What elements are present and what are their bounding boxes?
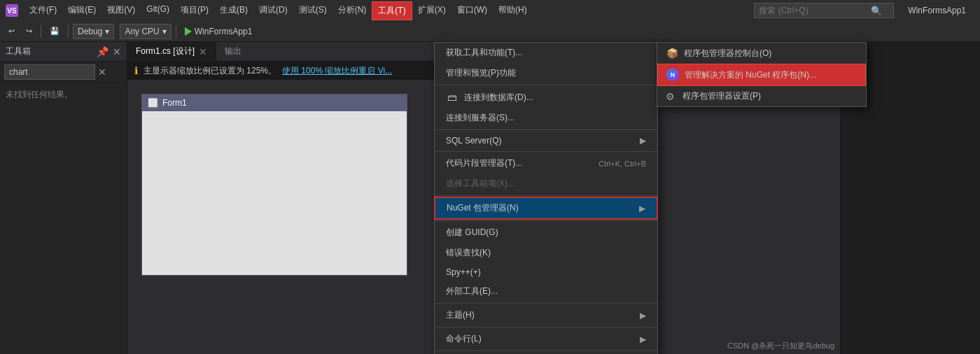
menu-theme[interactable]: 主题(H) ▶	[435, 305, 657, 325]
notification-text: 主显示器缩放比例已设置为 125%。	[144, 65, 276, 77]
menu-code-snippets[interactable]: 代码片段管理器(T)... Ctrl+K, Ctrl+B	[435, 153, 657, 174]
menu-sep-8	[435, 351, 657, 351]
play-icon	[185, 27, 192, 36]
sidebar-title: 工具箱	[6, 45, 97, 57]
form-titlebar: ⬜ Form1	[142, 94, 407, 111]
search-icon: 🔍	[871, 6, 882, 16]
search-bar[interactable]: 🔍	[754, 3, 894, 18]
tab-output-label: 输出	[225, 45, 241, 57]
menu-extensions[interactable]: 扩展(X)	[412, 1, 451, 20]
menu-error-lookup[interactable]: 错误查找(K)	[435, 243, 657, 263]
search-clear-icon[interactable]: ✕	[98, 66, 106, 78]
menu-help[interactable]: 帮助(H)	[493, 1, 533, 20]
nuget-submenu: 📦 程序包管理器控制台(O) N 管理解决方案的 NuGet 程序包(N)...…	[657, 42, 867, 107]
shortcut-text: Ctrl+K, Ctrl+B	[598, 160, 646, 168]
tab-form1-design[interactable]: Form1.cs [设计] ✕	[127, 42, 216, 62]
toolbar-redo[interactable]: ↪	[22, 25, 36, 37]
chevron-down-icon: ▾	[162, 27, 167, 36]
sidebar-search-bar: ✕	[0, 62, 127, 83]
search-input[interactable]	[759, 6, 871, 15]
menu-test[interactable]: 测试(S)	[293, 1, 332, 20]
run-button[interactable]: WinFormsApp1	[181, 25, 257, 38]
menu-sep-1	[435, 85, 657, 85]
menu-analyze[interactable]: 分析(N)	[332, 1, 372, 20]
menu-connect-server[interactable]: 连接到服务器(S)...	[435, 108, 657, 128]
close-icon[interactable]: ✕	[113, 46, 121, 57]
menu-debug[interactable]: 调试(D)	[253, 1, 293, 20]
debug-config-dropdown[interactable]: Debug ▾	[73, 24, 114, 39]
tab-output[interactable]: 输出	[216, 42, 250, 62]
nuget-manage-solution[interactable]: N 管理解决方案的 NuGet 程序包(N)...	[657, 64, 866, 86]
submenu-arrow-icon: ▶	[640, 136, 646, 146]
no-results-text: 未找到任何结果。	[6, 90, 73, 99]
menu-view[interactable]: 视图(V)	[102, 1, 141, 20]
toolbar: ↩ ↪ 💾 Debug ▾ Any CPU ▾ WinFormsApp1	[0, 21, 980, 42]
db-icon: 🗃	[446, 91, 458, 104]
menu-edit[interactable]: 编辑(E)	[62, 1, 102, 20]
tab-label: Form1.cs [设计]	[136, 45, 195, 57]
tab-close-icon[interactable]: ✕	[199, 46, 207, 57]
title-bar: VS 文件(F) 编辑(E) 视图(V) Git(G) 项目(P) 生成(B) …	[0, 0, 980, 21]
menu-file[interactable]: 文件(F)	[24, 1, 62, 20]
app-logo: VS	[6, 4, 18, 17]
menu-sep-5	[435, 220, 657, 221]
info-icon: ℹ	[134, 65, 138, 76]
form-body[interactable]	[142, 111, 407, 275]
toolbar-sep-1	[41, 25, 41, 38]
menu-sep-6	[435, 303, 657, 304]
platform-dropdown[interactable]: Any CPU ▾	[120, 24, 171, 39]
menu-spy[interactable]: Spy++(+)	[435, 263, 657, 281]
app-title: WinFormsApp1	[899, 3, 974, 18]
sidebar-content: 未找到任何结果。	[0, 83, 127, 354]
form-title: Form1	[162, 98, 187, 108]
menu-sql-server[interactable]: SQL Server(Q) ▶	[435, 132, 657, 150]
menu-window[interactable]: 窗口(W)	[451, 1, 493, 20]
tools-menu: 获取工具和功能(T)... 管理和预览(P)功能 🗃 连接到数据库(D)... …	[434, 42, 658, 354]
toolbar-save[interactable]: 💾	[46, 25, 64, 37]
menu-get-tools[interactable]: 获取工具和功能(T)...	[435, 43, 657, 63]
theme-arrow-icon: ▶	[640, 311, 646, 320]
sidebar-header-icons: 📌 ✕	[97, 46, 121, 57]
toolbox-sidebar: 工具箱 📌 ✕ ✕ 未找到任何结果。	[0, 42, 127, 354]
menu-sep-4	[435, 195, 657, 196]
toolbar-undo[interactable]: ↩	[4, 25, 19, 37]
nuget-icon: N	[666, 69, 679, 81]
menu-external-tools[interactable]: 外部工具(E)...	[435, 281, 657, 302]
menu-sep-2	[435, 129, 657, 130]
menu-manage-preview[interactable]: 管理和预览(P)功能	[435, 63, 657, 83]
menu-create-guid[interactable]: 创建 GUID(G)	[435, 222, 657, 243]
menu-git[interactable]: Git(G)	[141, 1, 175, 20]
nuget-package-console[interactable]: 📦 程序包管理器控制台(O)	[657, 43, 866, 64]
sidebar-header: 工具箱 📌 ✕	[0, 42, 127, 62]
form-icon: ⬜	[148, 98, 158, 108]
console-icon: 📦	[666, 47, 678, 59]
cmdline-arrow-icon: ▶	[640, 334, 646, 344]
menu-nuget[interactable]: NuGet 包管理器(N) ▶	[435, 197, 657, 219]
notification-link[interactable]: 使用 100% 缩放比例重启 Vi...	[282, 65, 392, 77]
menu-connect-db[interactable]: 🗃 连接到数据库(D)...	[435, 87, 657, 108]
menu-sep-3	[435, 151, 657, 152]
toolbar-sep-2	[68, 25, 69, 38]
pin-icon[interactable]: 📌	[97, 46, 108, 57]
toolbox-search-input[interactable]	[4, 64, 95, 80]
settings-gear-icon: ⚙	[666, 91, 677, 102]
watermark: CSDN @杀死一只知更鸟debug	[727, 341, 834, 351]
menu-tools[interactable]: 工具(T)	[372, 1, 412, 20]
menu-sep-7	[435, 327, 657, 327]
toolbar-sep-3	[176, 25, 176, 38]
menubar: 文件(F) 编辑(E) 视图(V) Git(G) 项目(P) 生成(B) 调试(…	[24, 1, 533, 20]
menu-build[interactable]: 生成(B)	[214, 1, 253, 20]
menu-project[interactable]: 项目(P)	[175, 1, 214, 20]
menu-choose-toolbox[interactable]: 选择工具箱项(X)...	[435, 174, 657, 194]
nuget-package-settings[interactable]: ⚙ 程序包管理器设置(P)	[657, 86, 866, 106]
menu-command-line[interactable]: 命令行(L) ▶	[435, 329, 657, 349]
nuget-submenu-arrow-icon: ▶	[639, 204, 645, 213]
chevron-down-icon: ▾	[105, 27, 109, 36]
form-window: ⬜ Form1	[141, 94, 407, 276]
